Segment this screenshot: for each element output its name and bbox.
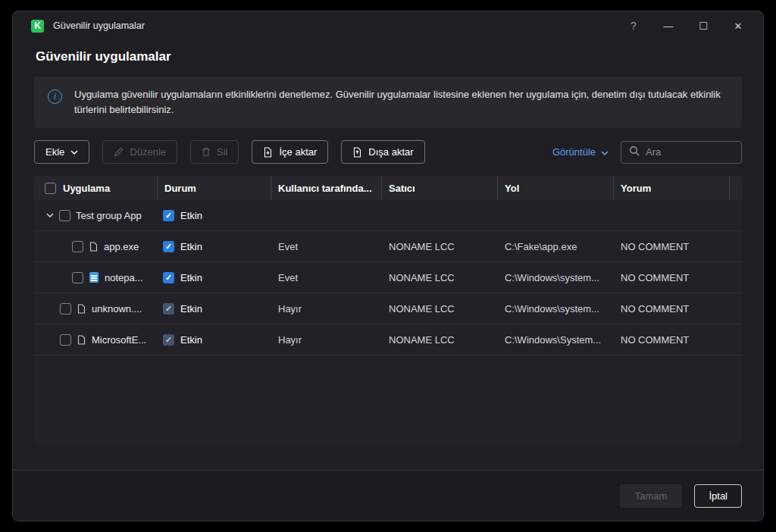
status-label: Etkin [180, 241, 202, 252]
info-banner-text: Uygulama güvenilir uygulamaların etkinli… [74, 87, 724, 117]
chevron-down-icon [601, 146, 609, 158]
edit-button-label: Düzenle [130, 146, 166, 158]
import-button-label: İçe aktar [279, 146, 317, 158]
maximize-button[interactable]: ☐ [686, 14, 721, 37]
row-select-checkbox[interactable] [60, 334, 71, 346]
app-name: MicrosoftE... [92, 334, 146, 346]
comment: NO COMMENT [614, 241, 730, 252]
column-label: Uygulama [63, 183, 110, 194]
titlebar: K Güvenilir uygulamalar ? — ☐ ✕ [13, 11, 763, 40]
user-defined: Hayır [271, 334, 382, 346]
vendor: NONAME LCC [382, 241, 498, 252]
export-button[interactable]: Dışa aktar [341, 140, 424, 164]
info-icon: i [48, 89, 62, 104]
row-select-checkbox[interactable] [60, 303, 71, 315]
app-name: unknown.... [92, 303, 142, 315]
view-dropdown[interactable]: Görüntüle [552, 146, 609, 158]
minimize-button[interactable]: — [651, 14, 686, 37]
search-icon [629, 146, 640, 159]
app-window: K Güvenilir uygulamalar ? — ☐ ✕ Güvenili… [12, 11, 764, 521]
window-controls: ? — ☐ ✕ [616, 14, 756, 37]
search-box[interactable] [621, 141, 742, 164]
status-checkbox[interactable] [163, 334, 174, 346]
user-defined: Evet [271, 272, 382, 283]
status-label: Etkin [180, 303, 202, 315]
file-icon [77, 304, 86, 314]
table-row[interactable]: notepa... Etkin Evet NONAME LCC C:\Windo… [34, 262, 742, 293]
screen: K Güvenilir uygulamalar ? — ☐ ✕ Güvenili… [0, 0, 776, 532]
add-button[interactable]: Ekle [34, 140, 89, 164]
close-button[interactable]: ✕ [721, 14, 756, 37]
row-select-checkbox[interactable] [72, 241, 83, 252]
content-spacer [13, 444, 763, 470]
select-all-checkbox[interactable] [45, 183, 56, 194]
status-checkbox[interactable] [163, 241, 174, 252]
group-name: Test group App [76, 210, 142, 221]
row-select-checkbox[interactable] [72, 272, 83, 283]
column-header-yol: Yol [498, 176, 614, 200]
delete-button-label: Sil [217, 146, 227, 158]
delete-button[interactable]: Sil [190, 140, 239, 164]
import-button[interactable]: İçe aktar [252, 140, 328, 164]
table-group-row[interactable]: Test group App Etkin [34, 200, 742, 231]
status-label: Etkin [180, 334, 202, 346]
window-title: Güvenilir uygulamalar [53, 20, 145, 31]
status-label: Etkin [180, 210, 202, 221]
ok-button[interactable]: Tamam [620, 484, 683, 508]
column-header-kullanici: Kullanıcı tarafında... [271, 176, 382, 200]
import-icon [263, 147, 273, 158]
help-button[interactable]: ? [616, 14, 651, 37]
applications-table: Uygulama Durum Kullanıcı tarafında... Sa… [34, 176, 742, 444]
export-icon [352, 147, 362, 158]
table-header: Uygulama Durum Kullanıcı tarafında... Sa… [34, 176, 742, 200]
comment: NO COMMENT [614, 334, 730, 346]
path: C:\Windows\system... [498, 272, 614, 283]
pencil-icon [114, 147, 124, 157]
path: C:\Fake\app.exe [498, 241, 614, 252]
kaspersky-logo-icon: K [31, 20, 44, 33]
app-name: app.exe [104, 241, 139, 252]
table-row[interactable]: app.exe Etkin Evet NONAME LCC C:\Fake\ap… [34, 231, 742, 262]
path: C:\Windows\System... [498, 334, 614, 346]
page-title: Güvenilir uygulamalar [36, 49, 763, 64]
info-banner: i Uygulama güvenilir uygulamaların etkin… [34, 77, 742, 128]
status-checkbox[interactable] [163, 303, 174, 315]
status-label: Etkin [180, 272, 202, 283]
user-defined: Hayır [271, 303, 382, 315]
collapse-chevron-icon[interactable] [46, 213, 54, 217]
table-row[interactable]: unknown.... Etkin Hayır NONAME LCC C:\Wi… [34, 293, 742, 324]
column-header-satici: Satıcı [382, 176, 498, 200]
edit-button[interactable]: Düzenle [102, 140, 177, 164]
search-input[interactable] [646, 146, 734, 158]
vendor: NONAME LCC [382, 334, 498, 346]
app-name: notepa... [105, 272, 143, 283]
notepad-icon [89, 272, 99, 283]
user-defined: Evet [271, 241, 382, 252]
toolbar-right: Görüntüle [552, 141, 742, 164]
status-checkbox[interactable] [163, 272, 174, 283]
vendor: NONAME LCC [382, 303, 498, 315]
comment: NO COMMENT [614, 303, 730, 315]
path: C:\Windows\system... [498, 303, 614, 315]
view-dropdown-label: Görüntüle [552, 146, 596, 158]
add-button-label: Ekle [45, 146, 64, 158]
table-row[interactable]: MicrosoftE... Etkin Hayır NONAME LCC C:\… [34, 324, 742, 355]
export-button-label: Dışa aktar [368, 146, 413, 158]
column-header-yorum: Yorum [614, 176, 730, 200]
vendor: NONAME LCC [382, 272, 498, 283]
cancel-button[interactable]: İptal [694, 484, 742, 508]
file-icon [89, 242, 98, 252]
footer: Tamam İptal [13, 470, 763, 521]
comment: NO COMMENT [614, 272, 730, 283]
column-header-uygulama: Uygulama [34, 176, 158, 200]
chevron-down-icon [70, 150, 78, 155]
status-checkbox[interactable] [163, 210, 174, 221]
trash-icon [202, 147, 211, 157]
row-select-checkbox[interactable] [59, 210, 70, 221]
column-header-durum: Durum [158, 176, 271, 200]
column-header-spacer [730, 176, 742, 200]
toolbar: Ekle Düzenle Sil İ [34, 140, 742, 164]
file-icon [77, 335, 86, 345]
